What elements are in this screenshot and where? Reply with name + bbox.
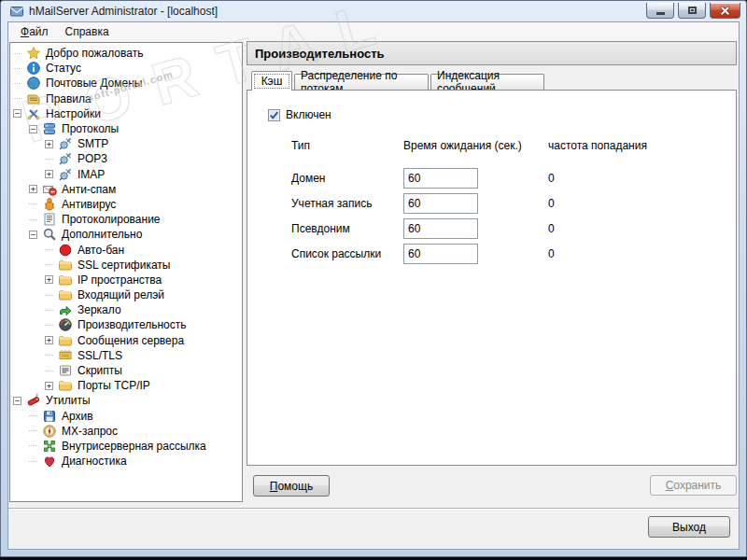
- timeout-input[interactable]: [403, 218, 478, 239]
- enabled-checkbox-row[interactable]: Включен: [268, 108, 331, 121]
- tree-item[interactable]: −Утилиты: [10, 393, 242, 408]
- tree-item[interactable]: −Дополнительно: [10, 227, 242, 242]
- enabled-label: Включен: [286, 108, 331, 121]
- tree-item-label: Антивирус: [62, 198, 116, 211]
- tree-item[interactable]: SSL сертификаты: [10, 258, 242, 273]
- tree-item-label: Сообщения сервера: [78, 334, 184, 347]
- exit-button[interactable]: Выход: [648, 516, 730, 538]
- tree-item-label: Протоколы: [62, 122, 119, 135]
- floppy-icon: [42, 409, 57, 424]
- tree-item[interactable]: +SMTP: [10, 136, 242, 151]
- tree-item[interactable]: Авто-бан: [10, 242, 242, 257]
- tree-item-label: Архив: [62, 410, 93, 423]
- folder-icon: [58, 258, 73, 273]
- tree-item[interactable]: Архив: [10, 409, 242, 424]
- expand-icon[interactable]: +: [45, 382, 53, 390]
- help-button[interactable]: Помощь: [253, 475, 330, 497]
- server-icon: [42, 121, 57, 136]
- tree-item[interactable]: Почтовые Домены: [10, 76, 242, 91]
- restore-icon: [688, 7, 697, 14]
- tab-thread-distribution[interactable]: Распределение по потокам: [294, 74, 429, 90]
- folder-icon: [58, 273, 73, 287]
- restore-button[interactable]: [678, 3, 706, 19]
- knife-icon: [26, 393, 41, 408]
- tab-strip: КэшРаспределение по потокамИндексация со…: [247, 71, 737, 91]
- tree-item[interactable]: +Анти-спам: [10, 182, 242, 197]
- tree-item[interactable]: Входящий релэй: [10, 287, 242, 302]
- tree-item[interactable]: +IP пространства: [10, 273, 242, 287]
- tree-item[interactable]: POP3: [10, 151, 242, 166]
- tab-message-indexing[interactable]: Индексация сообщений: [430, 74, 544, 90]
- tree-connector: [13, 53, 21, 54]
- tree-item[interactable]: −Протоколы: [10, 121, 242, 136]
- expand-icon[interactable]: +: [45, 275, 53, 284]
- tree-item-label: Порты TCP/IP: [78, 379, 150, 392]
- expand-icon[interactable]: +: [29, 185, 37, 193]
- tree-item[interactable]: Правила: [10, 91, 242, 106]
- cache-row-type: Список рассылки: [291, 244, 381, 264]
- enabled-checkbox[interactable]: [268, 109, 280, 121]
- timeout-input[interactable]: [403, 168, 478, 189]
- collapse-icon[interactable]: −: [29, 231, 37, 239]
- tab-focus-rect: [254, 74, 289, 89]
- collapse-icon[interactable]: −: [13, 397, 21, 405]
- menu-file[interactable]: Файл: [12, 23, 57, 40]
- hit-rate-value: 0: [548, 168, 555, 189]
- expand-icon[interactable]: +: [45, 336, 53, 344]
- tree-item[interactable]: Протоколирование: [10, 212, 242, 227]
- tree-item[interactable]: Статус: [10, 61, 242, 76]
- tree-item-label: Настройки: [46, 107, 101, 120]
- column-header: частота попадания: [548, 139, 647, 152]
- tree-item-label: Диагностика: [62, 455, 127, 468]
- menu-help[interactable]: Справка: [57, 23, 118, 40]
- tab-cache[interactable]: Кэш: [251, 71, 292, 91]
- collapse-icon[interactable]: −: [13, 109, 21, 118]
- tree-item[interactable]: Зеркало: [10, 302, 242, 317]
- tree-item[interactable]: −Настройки: [10, 106, 242, 121]
- tree-connector: [45, 355, 53, 356]
- tree-item[interactable]: Скрипты: [10, 363, 242, 378]
- tree-item[interactable]: Добро пожаловать: [10, 46, 242, 61]
- tree-connector: [45, 159, 53, 160]
- timeout-input[interactable]: [403, 193, 478, 214]
- tree-item[interactable]: MX-запрос: [10, 424, 242, 439]
- window-controls: [646, 3, 740, 19]
- tree-item-label: MX-запрос: [62, 425, 118, 438]
- tree-item-label: Производительность: [78, 318, 186, 331]
- page-title: Производительность: [247, 41, 737, 65]
- tree-connector: [29, 415, 37, 416]
- client-area: Файл Справка Добро пожаловатьСтатусПочто…: [7, 21, 740, 550]
- tree-item-label: Скрипты: [78, 364, 122, 377]
- tools-icon: [26, 106, 41, 121]
- close-icon: [719, 5, 731, 17]
- tree-item[interactable]: Диагностика: [10, 454, 242, 469]
- info-icon: [26, 61, 41, 76]
- tree-item[interactable]: SSL/TLS: [10, 348, 242, 363]
- compass-icon: [42, 424, 57, 439]
- close-button[interactable]: [710, 3, 740, 19]
- tree-item[interactable]: +Порты TCP/IP: [10, 378, 242, 393]
- save-button-label: Сохранить: [666, 479, 722, 492]
- tree-item[interactable]: +IMAP: [10, 167, 242, 182]
- timeout-input[interactable]: [403, 244, 478, 264]
- tree-item[interactable]: Внутрисерверная рассылка: [10, 439, 242, 454]
- separator: [8, 508, 739, 510]
- save-button[interactable]: Сохранить: [650, 475, 737, 496]
- expand-icon[interactable]: +: [45, 140, 53, 148]
- exit-button-label: Выход: [672, 521, 706, 534]
- ban-icon: [58, 243, 73, 258]
- minimize-button[interactable]: [646, 3, 674, 19]
- tree-connector: [29, 203, 37, 204]
- tree-item[interactable]: Производительность: [10, 317, 242, 332]
- expand-icon[interactable]: +: [45, 170, 53, 178]
- minimize-icon: [656, 12, 665, 15]
- collapse-icon[interactable]: −: [29, 125, 37, 133]
- tree-item-label: Правила: [46, 92, 92, 105]
- tree-connector: [45, 371, 53, 371]
- tree-item[interactable]: Антивирус: [10, 197, 242, 212]
- mirror-icon: [58, 302, 73, 317]
- tree-item[interactable]: +Сообщения сервера: [10, 333, 242, 348]
- window-title: hMailServer Administrator - [localhost]: [29, 5, 218, 18]
- plug-icon: [58, 136, 73, 151]
- title-bar[interactable]: hMailServer Administrator - [localhost]: [1, 1, 746, 21]
